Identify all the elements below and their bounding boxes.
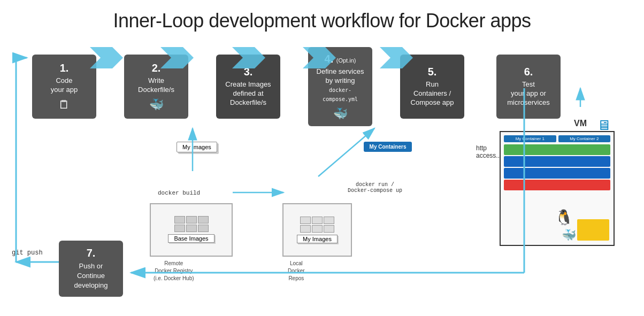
base-images-label: Base Images <box>168 234 214 243</box>
local-repos-box: My Images <box>282 203 352 257</box>
arrow2 <box>188 73 216 100</box>
my-images-top: My Images <box>177 142 217 152</box>
vm-label: VM <box>574 119 587 128</box>
step3-num: 3. <box>244 65 253 78</box>
arrow4 <box>372 73 400 100</box>
remote-registry-text: RemoteDocker Registry(i.e. Docker Hub) <box>154 260 194 282</box>
container2-header: My Container 2 <box>558 135 611 142</box>
remote-registry-box: Base Images <box>150 203 233 257</box>
step5-num: 5. <box>428 65 437 78</box>
arrow5 <box>464 73 492 100</box>
my-containers: My Containers <box>364 142 412 152</box>
step6-box: 6. Testyour app ormicroservices <box>496 55 561 119</box>
docker-build-label: docker build <box>158 190 200 196</box>
arrow1 <box>96 73 124 100</box>
local-repos-text: LocalDockerRepos <box>288 260 305 282</box>
container1-header: My Container 1 <box>504 135 556 142</box>
color-block-red <box>504 180 610 190</box>
git-push-label: git push <box>12 249 43 257</box>
step6-label: Testyour app ormicroservices <box>507 80 549 107</box>
linux-penguin-icon: 🐧 <box>555 209 573 226</box>
vm-box: VM 🖥 My Container 1 My Container 2 🐧 🐳 <box>500 131 615 246</box>
step4-box: 4. (Opt.in) Define servicesby writingdoc… <box>308 47 372 126</box>
monitor-icon: 🖥 <box>597 117 611 134</box>
step3-box: 3. Create Imagesdefined atDockerfile/s <box>216 55 280 119</box>
step2-num: 2. <box>152 61 161 74</box>
step3-label: Create Imagesdefined atDockerfile/s <box>225 80 271 107</box>
step1-box: 1. Codeyour app 🗒 <box>32 55 96 119</box>
step2-label: WriteDockerfile/s <box>138 76 174 95</box>
color-block-blue <box>504 156 610 167</box>
step7-label: Push orContinuedeveloping <box>74 261 108 291</box>
color-block-green <box>504 144 610 155</box>
step4-num: 4. (Opt.in) <box>325 52 356 65</box>
step2-box: 2. WriteDockerfile/s 🐳 <box>124 55 188 119</box>
http-access-label: httpaccess... <box>476 144 501 159</box>
my-images-local-label: My Images <box>297 235 338 243</box>
step6-num: 6. <box>524 65 533 78</box>
step1-num: 1. <box>60 61 69 74</box>
step4-label: Define servicesby writingdocker-compose.… <box>312 67 368 104</box>
step4-icon: 🐳 <box>333 107 348 121</box>
color-block-yellow <box>577 219 609 241</box>
docker-run-label: docker run /Docker-compose up <box>348 182 402 194</box>
step1-label: Codeyour app <box>51 76 78 95</box>
step2-icon: 🐳 <box>149 98 164 112</box>
color-block-blue2 <box>504 168 610 179</box>
page-title: Inner-Loop development workflow for Dock… <box>0 0 644 37</box>
step5-label: RunContainers /Compose app <box>411 80 454 107</box>
docker-whale-icon: 🐳 <box>562 228 576 242</box>
step7-box: 7. Push orContinuedeveloping <box>59 241 123 297</box>
step7-num: 7. <box>87 247 96 259</box>
step5-box: 5. RunContainers /Compose app <box>400 55 464 119</box>
arrow3 <box>280 73 308 100</box>
step1-icon: 🗒 <box>58 98 70 112</box>
